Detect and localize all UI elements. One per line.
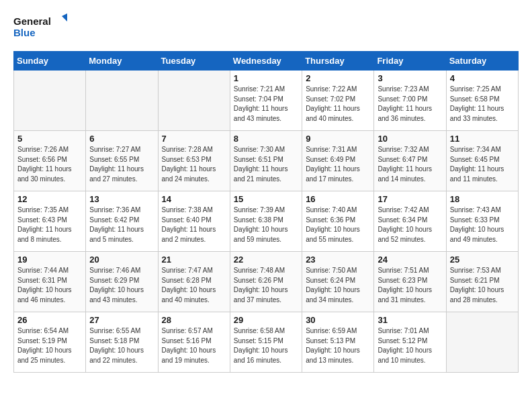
day-number: 24	[378, 255, 442, 265]
calendar-week-row: 26Sunrise: 6:54 AMSunset: 5:19 PMDayligh…	[14, 312, 519, 373]
day-info: Sunrise: 7:48 AMSunset: 6:26 PMDaylight:…	[234, 266, 298, 305]
day-info: Sunrise: 7:35 AMSunset: 6:43 PMDaylight:…	[17, 205, 82, 244]
calendar-cell: 1Sunrise: 7:21 AMSunset: 7:04 PMDaylight…	[230, 71, 302, 131]
day-info: Sunrise: 6:57 AMSunset: 5:16 PMDaylight:…	[162, 326, 226, 365]
day-number: 10	[378, 134, 442, 144]
weekday-header: Monday	[86, 52, 158, 71]
calendar-week-row: 5Sunrise: 7:26 AMSunset: 6:56 PMDaylight…	[14, 131, 519, 191]
weekday-header: Tuesday	[158, 52, 230, 71]
day-number: 25	[450, 255, 515, 265]
day-info: Sunrise: 6:54 AMSunset: 5:19 PMDaylight:…	[17, 326, 82, 365]
page-header: General Blue	[13, 13, 519, 40]
calendar-cell: 11Sunrise: 7:34 AMSunset: 6:45 PMDayligh…	[446, 131, 518, 191]
calendar-cell: 4Sunrise: 7:25 AMSunset: 6:58 PMDaylight…	[446, 71, 518, 131]
day-info: Sunrise: 7:01 AMSunset: 5:12 PMDaylight:…	[378, 326, 442, 365]
calendar-cell: 29Sunrise: 6:58 AMSunset: 5:15 PMDayligh…	[230, 312, 302, 373]
calendar-cell: 28Sunrise: 6:57 AMSunset: 5:16 PMDayligh…	[158, 312, 230, 373]
day-number: 9	[306, 134, 370, 144]
calendar-cell: 5Sunrise: 7:26 AMSunset: 6:56 PMDaylight…	[14, 131, 86, 191]
day-info: Sunrise: 7:21 AMSunset: 7:04 PMDaylight:…	[234, 85, 298, 124]
day-number: 4	[450, 73, 515, 83]
day-number: 18	[450, 194, 515, 204]
day-number: 16	[306, 194, 370, 204]
day-number: 5	[17, 134, 82, 144]
day-number: 19	[17, 255, 82, 265]
day-info: Sunrise: 7:43 AMSunset: 6:33 PMDaylight:…	[450, 205, 515, 244]
day-info: Sunrise: 7:44 AMSunset: 6:31 PMDaylight:…	[17, 266, 82, 305]
day-info: Sunrise: 6:59 AMSunset: 5:13 PMDaylight:…	[306, 326, 370, 365]
calendar-cell: 2Sunrise: 7:22 AMSunset: 7:02 PMDaylight…	[302, 71, 374, 131]
day-info: Sunrise: 7:32 AMSunset: 6:47 PMDaylight:…	[378, 145, 442, 184]
svg-marker-2	[62, 13, 67, 21]
calendar-table: SundayMondayTuesdayWednesdayThursdayFrid…	[13, 51, 519, 373]
day-number: 23	[306, 255, 370, 265]
calendar-cell: 6Sunrise: 7:27 AMSunset: 6:55 PMDaylight…	[86, 131, 158, 191]
calendar-cell: 8Sunrise: 7:30 AMSunset: 6:51 PMDaylight…	[230, 131, 302, 191]
day-info: Sunrise: 7:51 AMSunset: 6:23 PMDaylight:…	[378, 266, 442, 305]
day-number: 15	[234, 194, 298, 204]
day-number: 7	[162, 134, 226, 144]
day-info: Sunrise: 7:28 AMSunset: 6:53 PMDaylight:…	[162, 145, 226, 184]
weekday-header: Wednesday	[230, 52, 302, 71]
calendar-cell: 31Sunrise: 7:01 AMSunset: 5:12 PMDayligh…	[374, 312, 446, 373]
day-info: Sunrise: 7:40 AMSunset: 6:36 PMDaylight:…	[306, 205, 370, 244]
day-info: Sunrise: 7:31 AMSunset: 6:49 PMDaylight:…	[306, 145, 370, 184]
calendar-cell: 13Sunrise: 7:36 AMSunset: 6:42 PMDayligh…	[86, 191, 158, 252]
calendar-cell: 22Sunrise: 7:48 AMSunset: 6:26 PMDayligh…	[230, 252, 302, 312]
day-info: Sunrise: 7:30 AMSunset: 6:51 PMDaylight:…	[234, 145, 298, 184]
day-info: Sunrise: 6:58 AMSunset: 5:15 PMDaylight:…	[234, 326, 298, 365]
weekday-header: Thursday	[302, 52, 374, 71]
day-info: Sunrise: 7:38 AMSunset: 6:40 PMDaylight:…	[162, 205, 226, 244]
calendar-cell: 20Sunrise: 7:46 AMSunset: 6:29 PMDayligh…	[86, 252, 158, 312]
weekday-header: Friday	[374, 52, 446, 71]
svg-text:Blue: Blue	[13, 27, 36, 38]
calendar-cell	[446, 312, 518, 373]
day-info: Sunrise: 7:39 AMSunset: 6:38 PMDaylight:…	[234, 205, 298, 244]
day-number: 6	[89, 134, 154, 144]
day-number: 30	[306, 315, 370, 325]
day-number: 28	[162, 315, 226, 325]
calendar-cell: 21Sunrise: 7:47 AMSunset: 6:28 PMDayligh…	[158, 252, 230, 312]
weekday-header-row: SundayMondayTuesdayWednesdayThursdayFrid…	[14, 52, 519, 71]
day-number: 12	[17, 194, 82, 204]
day-info: Sunrise: 6:55 AMSunset: 5:18 PMDaylight:…	[89, 326, 154, 365]
calendar-cell: 12Sunrise: 7:35 AMSunset: 6:43 PMDayligh…	[14, 191, 86, 252]
weekday-header: Sunday	[14, 52, 86, 71]
calendar-cell: 9Sunrise: 7:31 AMSunset: 6:49 PMDaylight…	[302, 131, 374, 191]
logo: General Blue	[13, 13, 67, 40]
weekday-header: Saturday	[446, 52, 518, 71]
calendar-cell: 16Sunrise: 7:40 AMSunset: 6:36 PMDayligh…	[302, 191, 374, 252]
day-number: 13	[89, 194, 154, 204]
day-info: Sunrise: 7:42 AMSunset: 6:34 PMDaylight:…	[378, 205, 442, 244]
calendar-week-row: 1Sunrise: 7:21 AMSunset: 7:04 PMDaylight…	[14, 71, 519, 131]
day-number: 1	[234, 73, 298, 83]
day-info: Sunrise: 7:46 AMSunset: 6:29 PMDaylight:…	[89, 266, 154, 305]
calendar-cell: 30Sunrise: 6:59 AMSunset: 5:13 PMDayligh…	[302, 312, 374, 373]
calendar-cell	[14, 71, 86, 131]
day-info: Sunrise: 7:47 AMSunset: 6:28 PMDaylight:…	[162, 266, 226, 305]
calendar-cell: 25Sunrise: 7:53 AMSunset: 6:21 PMDayligh…	[446, 252, 518, 312]
calendar-cell: 27Sunrise: 6:55 AMSunset: 5:18 PMDayligh…	[86, 312, 158, 373]
day-info: Sunrise: 7:34 AMSunset: 6:45 PMDaylight:…	[450, 145, 515, 184]
svg-text:General: General	[13, 15, 51, 27]
logo-svg: General Blue	[13, 13, 67, 40]
calendar-cell: 23Sunrise: 7:50 AMSunset: 6:24 PMDayligh…	[302, 252, 374, 312]
calendar-week-row: 19Sunrise: 7:44 AMSunset: 6:31 PMDayligh…	[14, 252, 519, 312]
calendar-cell: 10Sunrise: 7:32 AMSunset: 6:47 PMDayligh…	[374, 131, 446, 191]
day-info: Sunrise: 7:22 AMSunset: 7:02 PMDaylight:…	[306, 85, 370, 124]
day-number: 3	[378, 73, 442, 83]
day-info: Sunrise: 7:25 AMSunset: 6:58 PMDaylight:…	[450, 85, 515, 124]
calendar-cell: 7Sunrise: 7:28 AMSunset: 6:53 PMDaylight…	[158, 131, 230, 191]
calendar-cell	[86, 71, 158, 131]
calendar-cell	[158, 71, 230, 131]
calendar-cell: 18Sunrise: 7:43 AMSunset: 6:33 PMDayligh…	[446, 191, 518, 252]
day-number: 27	[89, 315, 154, 325]
day-number: 20	[89, 255, 154, 265]
calendar-cell: 19Sunrise: 7:44 AMSunset: 6:31 PMDayligh…	[14, 252, 86, 312]
calendar-cell: 26Sunrise: 6:54 AMSunset: 5:19 PMDayligh…	[14, 312, 86, 373]
day-info: Sunrise: 7:36 AMSunset: 6:42 PMDaylight:…	[89, 205, 154, 244]
calendar-cell: 17Sunrise: 7:42 AMSunset: 6:34 PMDayligh…	[374, 191, 446, 252]
day-info: Sunrise: 7:27 AMSunset: 6:55 PMDaylight:…	[89, 145, 154, 184]
calendar-cell: 3Sunrise: 7:23 AMSunset: 7:00 PMDaylight…	[374, 71, 446, 131]
day-number: 17	[378, 194, 442, 204]
